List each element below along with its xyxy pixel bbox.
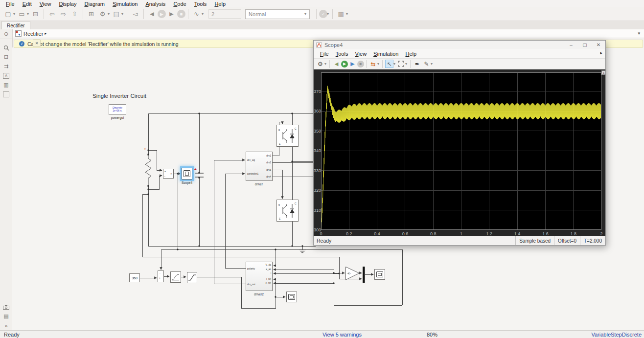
forward-icon[interactable]: ⇨ [58,9,69,19]
pi-controller-block[interactable] [170,271,181,283]
scope-menu-help[interactable]: Help [402,51,420,57]
powergui-label: powergui [105,116,130,119]
menu-display[interactable]: Display [55,1,80,7]
driver2-block[interactable]: polarity drv_out V_dc e_ac i i_ref e_ref [246,262,273,291]
scope4-block[interactable] [182,168,192,180]
voltage-measurement-block[interactable]: + - v [163,169,174,179]
resistor-symbol[interactable] [145,155,151,186]
signal-flow-icon[interactable]: ⇉ [0,62,12,71]
menu-code[interactable]: Code [169,1,190,7]
menu-overflow-icon[interactable]: ▸ [600,50,602,55]
stop-icon[interactable]: ■ [177,10,185,18]
up-to-parent-icon[interactable]: ⇧ [69,9,80,19]
scope-plot[interactable] [321,72,601,230]
x-tick-label: 1.2 [483,231,496,236]
view-warnings-link[interactable]: View 5 warnings [322,332,362,338]
span-signals-icon[interactable] [397,60,405,68]
scope-menu-tools[interactable]: Tools [332,51,352,57]
driver-block[interactable]: drv_sig controller1 drv1 drv2 drv3 drv4 [246,152,273,181]
cursor-measurements-icon[interactable]: ↖ [385,60,393,68]
polarity-plus-capacitor: + [194,167,197,172]
menu-edit[interactable]: Edit [19,1,36,7]
capacitor-symbol[interactable] [195,173,204,177]
fit-to-view-icon[interactable]: ⊡ [0,52,12,62]
saturation-block[interactable] [187,272,197,283]
explorer-toggle-icon[interactable]: ⊙ [0,29,12,39]
constant-block[interactable]: 360 [129,273,140,282]
library-browser-icon[interactable]: ⊞ [86,9,96,19]
igbt2-block[interactable]: g C E [276,200,299,222]
breadcrumb-model-name[interactable]: Rectifier [23,31,43,37]
scope-menu-simulation[interactable]: Simulation [370,51,402,57]
gain-block[interactable]: -K- [345,267,360,280]
tab-rectifier[interactable]: Rectifier [1,21,30,29]
close-icon[interactable]: ✕ [592,41,605,49]
scope-stop-icon[interactable]: ■ [357,61,364,68]
sum-block[interactable]: - + [158,270,164,282]
menu-view[interactable]: View [36,1,55,7]
highlight-icon[interactable]: ◅ [130,9,140,19]
run-icon[interactable]: ▶ [158,10,166,18]
collapse-sidebar-icon[interactable]: » [0,321,12,330]
scope-screen-icon [288,294,295,300]
y-tick-label: 370 [314,89,320,94]
x-tick-label: 1 [455,231,468,236]
screenshot-icon[interactable] [0,302,12,312]
svg-text:g: g [278,203,280,206]
scope-settings-gear-icon[interactable]: ⚙ [316,60,324,68]
sim-mode-select[interactable]: Normal ▾ [245,9,310,19]
image-annotation-icon[interactable]: ▥ [0,80,12,90]
model-data-icon[interactable]: ▤ [111,9,121,19]
model-config-gear-icon[interactable]: ⚙ [97,9,108,19]
step-back-icon[interactable]: ◀ [147,9,157,19]
menu-diagram[interactable]: Diagram [80,1,109,7]
dropdown-icon: ▾ [202,12,204,16]
back-icon[interactable]: ⇦ [47,9,57,19]
scope-run-icon[interactable]: ▶ [341,61,348,68]
save-model-icon[interactable]: ⊟ [30,9,41,19]
scope-window-title: Scope4 [324,42,343,48]
board-grid-icon[interactable]: ▦ [336,9,346,19]
banner-close-icon[interactable]: ✕ [33,39,41,47]
new-model-icon[interactable]: ▢ [3,9,13,19]
diagram-title[interactable]: Single Inverter Circuit [70,93,168,99]
scope-titlebar[interactable]: Scope4 – ▢ ✕ [314,41,605,49]
signal-style-icon[interactable]: ✒ [413,60,421,68]
ground-symbol[interactable] [299,250,306,253]
solver-link[interactable]: VariableStepDiscrete [591,332,642,338]
annotations-pencil-icon[interactable]: ✎ [422,60,431,68]
minimize-icon[interactable]: – [564,41,578,49]
maximize-icon[interactable]: ▢ [578,41,592,49]
mux-block[interactable] [363,267,365,283]
x-tick-label: 1.4 [511,231,524,236]
model-data-editor-icon[interactable]: ▤ [0,312,12,321]
powergui-block[interactable]: Discrete1e-06 s. [109,104,126,115]
menu-simulation[interactable]: Simulation [109,1,141,7]
zoom-icon[interactable] [0,43,12,52]
scope-trigger-icon[interactable]: ⇆ [369,60,377,68]
scope3-block[interactable] [286,292,297,302]
scope2-block[interactable] [374,269,385,280]
scope-status-offset: Offset=0 [554,236,580,245]
driver2-port-eac: e_ac [266,268,271,270]
menu-file[interactable]: File [2,1,19,7]
open-model-icon[interactable]: ▭ [17,9,27,19]
area-box-icon[interactable] [0,90,12,99]
sim-stop-time-field[interactable]: 2 [208,9,241,19]
axes-expand-icon[interactable]: + [601,70,606,75]
scope-step-back-icon[interactable]: ◀ [332,60,341,68]
annotation-icon[interactable]: A [0,71,12,80]
scope-step-forward-icon[interactable]: ▶ [348,60,357,68]
menu-analysis[interactable]: Analysis [141,1,169,7]
igbt1-block[interactable]: g C E [276,125,299,147]
scope-status-mode: Sample based [515,236,554,245]
scope-menu-view[interactable]: View [351,51,370,57]
simulation-display-icon[interactable]: ∿ [191,9,202,19]
step-forward-icon[interactable]: ▶ [166,9,177,19]
scope-plot-area[interactable]: 300310320330340350360370 00.20.40.60.811… [314,69,605,236]
menu-tools[interactable]: Tools [190,1,211,7]
update-diagram-icon[interactable]: ✓ [319,10,327,18]
menu-help[interactable]: Help [210,1,230,7]
scope-menu-file[interactable]: File [317,51,332,57]
breadcrumb-dropdown-icon[interactable]: ▾ [638,31,640,36]
